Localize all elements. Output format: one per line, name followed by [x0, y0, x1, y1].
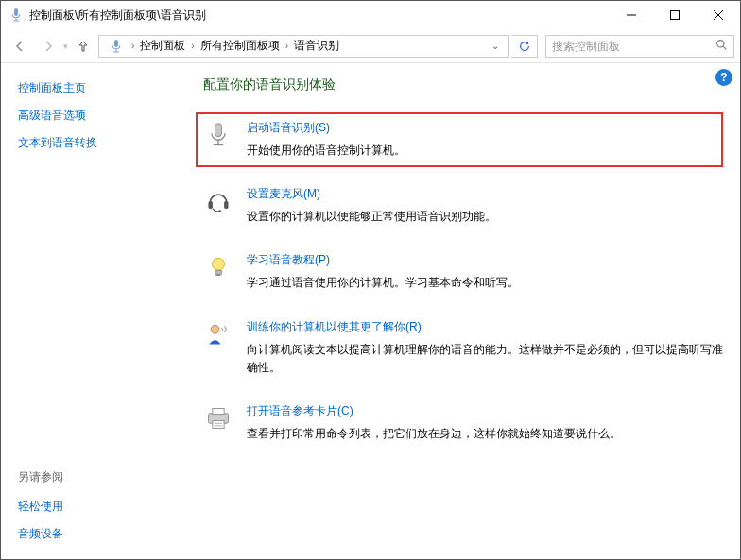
option-desc: 向计算机阅读文本以提高计算机理解你的语音的能力。这样做并不是必须的，但可以提高听… [247, 341, 723, 377]
crumb-control-panel[interactable]: 控制面板 [136, 38, 189, 54]
history-dropdown[interactable]: ▾ [63, 42, 68, 51]
svg-line-11 [723, 46, 726, 49]
search-input[interactable] [552, 40, 710, 53]
forward-button[interactable] [35, 33, 61, 59]
option-tutorial: 学习语音教程(P) 学习通过语音使用你的计算机。学习基本命令和听写。 [203, 252, 723, 292]
back-button[interactable] [7, 33, 33, 59]
svg-point-18 [213, 259, 225, 271]
speech-icon [109, 39, 124, 54]
option-link[interactable]: 学习语音教程(P) [247, 252, 723, 268]
svg-rect-12 [215, 124, 222, 137]
sidebar-tts[interactable]: 文本到语音转换 [18, 135, 173, 151]
sidebar-home[interactable]: 控制面板主页 [18, 80, 173, 96]
svg-point-10 [717, 40, 724, 46]
svg-rect-19 [215, 271, 222, 275]
speech-icon [9, 8, 24, 23]
svg-rect-25 [213, 421, 224, 429]
svg-rect-15 [209, 201, 213, 209]
headset-icon [203, 186, 233, 216]
window-title: 控制面板\所有控制面板项\语音识别 [29, 8, 206, 24]
maximize-button[interactable] [653, 1, 697, 29]
option-desc: 开始使用你的语音控制计算机。 [247, 142, 636, 160]
help-icon[interactable]: ? [715, 69, 732, 86]
search-icon [715, 39, 728, 54]
sidebar-ease[interactable]: 轻松使用 [18, 499, 173, 515]
see-also-label: 另请参阅 [18, 469, 173, 485]
svg-rect-20 [216, 275, 221, 277]
address-bar[interactable]: › 控制面板 › 所有控制面板项 › 语音识别 ⌄ [98, 35, 509, 58]
printer-icon [203, 403, 233, 433]
option-link[interactable]: 打开语音参考卡片(C) [247, 403, 723, 419]
option-link[interactable]: 训练你的计算机以使其更了解你(R) [247, 319, 723, 335]
search-box[interactable] [545, 35, 734, 58]
option-link[interactable]: 启动语音识别(S) [247, 120, 636, 136]
navbar: ▾ › 控制面板 › 所有控制面板项 › 语音识别 ⌄ [1, 29, 740, 63]
svg-rect-24 [213, 408, 224, 414]
microphone-icon [203, 120, 233, 150]
crumb-all-items[interactable]: 所有控制面板项 [197, 38, 284, 54]
titlebar: 控制面板\所有控制面板项\语音识别 [1, 1, 740, 29]
page-heading: 配置你的语音识别体验 [203, 76, 723, 93]
option-desc: 查看并打印常用命令列表，把它们放在身边，这样你就始终知道要说什么。 [247, 425, 723, 443]
option-link[interactable]: 设置麦克风(M) [247, 186, 723, 202]
chevron-right-icon: › [191, 41, 194, 51]
chevron-right-icon: › [285, 41, 288, 51]
chevron-right-icon: › [131, 41, 134, 51]
option-start-speech: 启动语音识别(S) 开始使用你的语音控制计算机。 [196, 112, 723, 167]
window-controls [610, 1, 740, 29]
svg-point-17 [218, 210, 221, 212]
address-dropdown[interactable]: ⌄ [486, 41, 505, 51]
option-desc: 学习通过语音使用你的计算机。学习基本命令和听写。 [247, 274, 723, 292]
crumb-speech[interactable]: 语音识别 [290, 38, 343, 54]
up-button[interactable] [70, 33, 96, 59]
person-speaking-icon [203, 319, 233, 349]
refresh-button[interactable] [511, 35, 538, 58]
option-setup-mic: 设置麦克风(M) 设置你的计算机以便能够正常使用语音识别功能。 [203, 186, 723, 226]
body: 控制面板主页 高级语音选项 文本到语音转换 另请参阅 轻松使用 音频设备 ? 配… [1, 63, 740, 559]
option-reference-card: 打开语音参考卡片(C) 查看并打印常用命令列表，把它们放在身边，这样你就始终知道… [203, 403, 723, 443]
sidebar-advanced[interactable]: 高级语音选项 [18, 108, 173, 124]
option-train: 训练你的计算机以使其更了解你(R) 向计算机阅读文本以提高计算机理解你的语音的能… [203, 319, 723, 377]
sidebar-audio[interactable]: 音频设备 [18, 526, 173, 542]
lightbulb-icon [203, 252, 233, 282]
svg-rect-0 [14, 8, 18, 16]
svg-rect-4 [671, 11, 680, 20]
svg-rect-16 [224, 201, 228, 209]
svg-rect-7 [114, 40, 118, 47]
sidebar: 控制面板主页 高级语音选项 文本到语音转换 另请参阅 轻松使用 音频设备 [1, 63, 190, 559]
main-content: ? 配置你的语音识别体验 启动语音识别(S) 开始使用你的语音控制计算机。 设置… [190, 63, 740, 559]
close-button[interactable] [697, 1, 740, 29]
option-desc: 设置你的计算机以便能够正常使用语音识别功能。 [247, 208, 723, 226]
minimize-button[interactable] [610, 1, 653, 29]
